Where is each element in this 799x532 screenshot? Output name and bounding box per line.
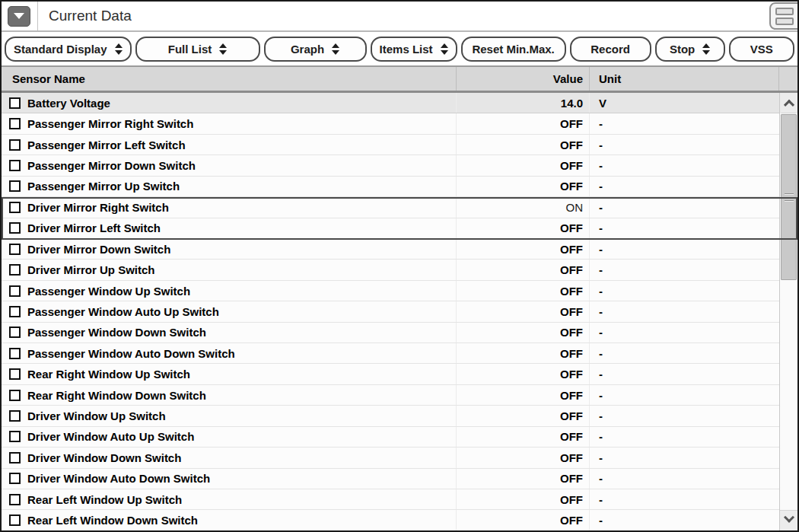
sensor-value: OFF xyxy=(560,472,583,485)
table-row[interactable]: Passenger Mirror Up Switch OFF - xyxy=(2,177,779,197)
row-checkbox[interactable] xyxy=(9,160,21,171)
sensor-value: OFF xyxy=(560,451,583,464)
table-row[interactable]: Rear Left Window Up Switch OFF - xyxy=(2,489,779,510)
window-menu-button[interactable] xyxy=(8,6,30,27)
sensor-value: OFF xyxy=(560,159,583,172)
vss-button[interactable]: VSS xyxy=(729,37,794,62)
record-label: Record xyxy=(590,43,630,56)
scrollbar-grip-icon xyxy=(785,193,794,201)
sensor-unit: - xyxy=(599,243,603,256)
row-checkbox[interactable] xyxy=(9,97,21,109)
sensor-unit: - xyxy=(599,347,603,360)
sensor-unit: - xyxy=(599,493,603,506)
table-row[interactable]: Passenger Window Up Switch OFF - xyxy=(2,281,779,301)
row-checkbox[interactable] xyxy=(9,368,21,380)
sensor-name: Driver Window Auto Up Switch xyxy=(27,430,194,443)
column-header-value: Value xyxy=(457,67,590,91)
row-checkbox[interactable] xyxy=(9,139,21,151)
sensor-unit: - xyxy=(599,221,603,234)
table-row[interactable]: Driver Window Down Switch OFF - xyxy=(2,448,779,468)
stop-label: Stop xyxy=(670,43,695,56)
sensor-name: Rear Left Window Down Switch xyxy=(27,514,198,527)
scroll-up-button[interactable] xyxy=(780,93,797,113)
sensor-unit: - xyxy=(599,285,603,298)
spinner-arrows-icon xyxy=(332,43,339,55)
page-title: Current Data xyxy=(49,8,132,24)
vertical-scrollbar[interactable] xyxy=(779,93,797,530)
row-checkbox[interactable] xyxy=(9,452,21,464)
row-checkbox[interactable] xyxy=(9,285,21,297)
sensor-value: OFF xyxy=(560,347,583,360)
sensor-unit: - xyxy=(599,263,603,276)
table-row[interactable]: Battery Voltage 14.0 V xyxy=(2,93,779,113)
row-checkbox[interactable] xyxy=(9,244,21,255)
chevron-up-icon xyxy=(783,100,794,110)
row-checkbox[interactable] xyxy=(9,118,21,129)
sensor-value: OFF xyxy=(560,514,583,527)
list-mode-dropdown[interactable]: Full List xyxy=(135,37,260,62)
sensor-name: Driver Mirror Left Switch xyxy=(27,221,161,234)
sensor-name: Battery Voltage xyxy=(27,97,110,110)
table-row[interactable]: Passenger Mirror Down Switch OFF - xyxy=(2,155,779,176)
table-row[interactable]: Driver Mirror Up Switch OFF - xyxy=(2,260,779,280)
list-mode-label: Full List xyxy=(168,43,212,56)
down-triangle-icon xyxy=(14,13,24,19)
sensor-value: OFF xyxy=(560,389,583,402)
titlebar-divider xyxy=(37,2,38,30)
column-header-sensor-name: Sensor Name xyxy=(2,67,457,91)
record-button[interactable]: Record xyxy=(570,37,651,62)
sensor-unit: - xyxy=(599,117,603,130)
row-checkbox[interactable] xyxy=(9,431,21,442)
row-checkbox[interactable] xyxy=(9,202,21,213)
row-checkbox[interactable] xyxy=(9,327,21,338)
sensor-name: Driver Mirror Up Switch xyxy=(27,263,155,276)
sensor-value: OFF xyxy=(560,243,583,256)
row-checkbox[interactable] xyxy=(9,473,21,484)
table-row[interactable]: Rear Left Window Down Switch OFF - xyxy=(2,510,779,530)
sensor-value: OFF xyxy=(560,263,583,276)
spinner-arrows-icon xyxy=(702,43,710,55)
table-row[interactable]: Driver Window Up Switch OFF - xyxy=(2,406,779,426)
split-view-button[interactable] xyxy=(769,2,799,30)
table-row[interactable]: Passenger Window Auto Down Switch OFF - xyxy=(2,343,779,364)
table-row[interactable]: Driver Mirror Left Switch OFF - xyxy=(2,218,779,239)
spinner-arrows-icon xyxy=(115,43,123,55)
table-row[interactable]: Driver Window Auto Up Switch OFF - xyxy=(2,427,779,448)
row-checkbox[interactable] xyxy=(9,410,21,422)
table-row[interactable]: Driver Window Auto Down Switch OFF - xyxy=(2,469,779,489)
table-header: Sensor Name Value Unit xyxy=(2,65,797,93)
table-row[interactable]: Passenger Mirror Left Switch OFF - xyxy=(2,135,779,155)
sensor-value: ON xyxy=(566,201,584,214)
sensor-value: OFF xyxy=(560,285,583,298)
current-data-window: Current Data Standard Display Full List … xyxy=(0,0,799,532)
items-list-dropdown[interactable]: Items List xyxy=(371,37,457,62)
row-checkbox[interactable] xyxy=(9,264,21,276)
scrollbar-thumb[interactable] xyxy=(781,114,797,280)
reset-min-max-button[interactable]: Reset Min.Max. xyxy=(461,37,566,62)
row-checkbox[interactable] xyxy=(9,180,21,192)
sensor-name: Rear Right Window Down Switch xyxy=(27,389,206,402)
sensor-value: OFF xyxy=(560,180,583,193)
row-checkbox[interactable] xyxy=(9,390,21,401)
row-checkbox[interactable] xyxy=(9,348,21,359)
row-checkbox[interactable] xyxy=(9,306,21,317)
table-row[interactable]: Driver Mirror Down Switch OFF - xyxy=(2,239,779,260)
table-row[interactable]: Passenger Window Down Switch OFF - xyxy=(2,323,779,343)
scrollbar-track[interactable] xyxy=(780,280,797,510)
scroll-down-button[interactable] xyxy=(780,510,797,530)
table-row[interactable]: Rear Right Window Up Switch OFF - xyxy=(2,364,779,384)
row-checkbox[interactable] xyxy=(9,514,21,526)
toolbar: Standard Display Full List Graph Items L… xyxy=(2,32,797,65)
sensor-name: Passenger Mirror Up Switch xyxy=(27,180,180,193)
sensor-unit: - xyxy=(599,326,603,339)
table-row[interactable]: Driver Mirror Right Switch ON - xyxy=(2,197,779,218)
table-row[interactable]: Passenger Mirror Right Switch OFF - xyxy=(2,113,779,134)
graph-dropdown[interactable]: Graph xyxy=(264,37,367,62)
sensor-value: OFF xyxy=(560,430,583,443)
row-checkbox[interactable] xyxy=(9,494,21,505)
table-row[interactable]: Passenger Window Auto Up Switch OFF - xyxy=(2,301,779,322)
table-row[interactable]: Rear Right Window Down Switch OFF - xyxy=(2,385,779,406)
stop-dropdown[interactable]: Stop xyxy=(655,37,725,62)
display-mode-dropdown[interactable]: Standard Display xyxy=(5,37,132,62)
row-checkbox[interactable] xyxy=(9,222,21,234)
